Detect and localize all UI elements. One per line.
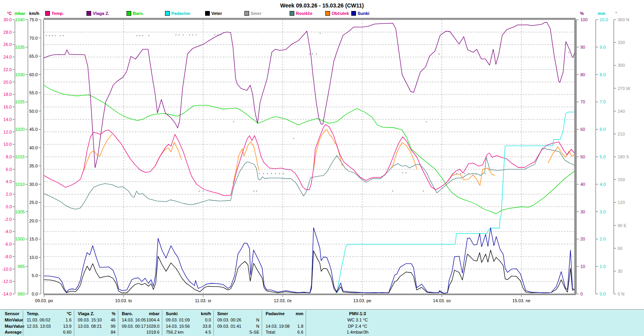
table-col-smer: Smer09.03. 00:26N09.03. 01:41NS-SE <box>214 310 262 336</box>
smer-dot <box>233 121 234 122</box>
axis-tick-label: 6.0 <box>600 127 605 132</box>
avg-date: Total: <box>266 330 276 334</box>
pmv-value: 1.4mbar/3h <box>347 330 369 334</box>
axis-tick-label: -10.0 <box>2 267 12 272</box>
axis-unit-mbar: mbar <box>15 11 26 16</box>
axis-tick-label: 9.0 <box>600 45 605 50</box>
table-col-pmv: PMV-1:3WC 3.1 °CDP 2.4 °C1.4mbar/3h <box>306 310 409 336</box>
day-label: 11.03. sr <box>195 298 211 303</box>
axis-tick-label: 150 <box>618 177 625 182</box>
axis-tick-label: 4.0 <box>600 182 605 187</box>
smer-dot <box>217 34 218 35</box>
max-date: 12.03. 13:03 <box>27 324 51 329</box>
axis-tick-label: -6.0 <box>4 242 12 246</box>
smer-dot <box>192 34 193 35</box>
max-date: 09.03. 01:41 <box>217 324 241 329</box>
axis-tick-label: 50 <box>580 154 585 159</box>
axis-tick-label: 26.0 <box>4 42 12 47</box>
axis-tick-label: 1040 <box>15 17 25 22</box>
smer-dot <box>49 35 50 36</box>
smer-dot <box>423 191 424 192</box>
max-value: 1028.0 <box>146 324 160 329</box>
axis-tick-label: 1020 <box>15 127 25 132</box>
row-label: Sensor <box>5 311 19 316</box>
table-separator <box>162 310 162 336</box>
weather-station-window: Week 09.03.26 - 15.03.26 (CW11) Temp.Vla… <box>0 0 644 336</box>
max-date: 09.03. 00:17 <box>122 324 146 329</box>
axis-tick-label: 55.0 <box>29 90 38 95</box>
axis-unit-c: °C <box>7 11 12 16</box>
axis-tick-label: 30.0 <box>29 182 38 187</box>
table-col-sunki: Sunkikm/h09.03. 01:090.014.03. 16:5633.8… <box>163 310 214 336</box>
axis-tick-label: 1010 <box>15 182 25 187</box>
day-label: 14.03. so <box>433 298 451 303</box>
axis-tick-label: 2.0 <box>600 237 605 241</box>
row-label: Average <box>5 330 22 334</box>
col-unit: mbar <box>149 311 160 316</box>
table-separator <box>118 310 118 336</box>
smer-dot <box>275 173 276 174</box>
axis-tick-label: 18.0 <box>4 92 12 97</box>
axis-tick-label: -2.0 <box>4 217 12 222</box>
axis-tick-label: 0.0 <box>600 292 605 296</box>
smer-dot <box>472 173 473 174</box>
axis-tick-label: 10 <box>580 264 585 269</box>
pmv-value: WC 3.1 °C <box>347 318 368 322</box>
smer-dot <box>485 173 486 174</box>
series-obcutek <box>84 134 112 171</box>
axis-tick-label: 0 N <box>618 292 624 296</box>
axis-tick-label: 300 <box>618 63 625 68</box>
axis-tick-label: 20.0 <box>4 80 12 84</box>
smer-dot <box>456 173 457 174</box>
col-unit: % <box>112 311 116 316</box>
axis-tick-label: 10.0 <box>4 142 12 147</box>
day-label: 09.03. po <box>35 298 53 303</box>
table-col-baro: Baro.mbar14.03. 16:051004.409.03. 00:171… <box>119 310 163 336</box>
col-unit: km/h <box>201 311 211 316</box>
stats-table: SensorMinValueMaxValueAverageTemp.°C11.0… <box>0 309 644 336</box>
avg-value: 6.60 <box>63 330 72 334</box>
axis-tick-label: 70.0 <box>29 36 38 40</box>
axis-tick-label: 30 <box>618 269 622 274</box>
axis-tick-label: 0.0 <box>6 204 12 209</box>
smer-dot <box>309 53 310 55</box>
table-separator <box>74 310 74 336</box>
axis-tick-label: 8.0 <box>6 154 12 159</box>
axis-tick-label: 100 <box>580 17 587 22</box>
axis-tick-label: 360 N <box>618 17 629 22</box>
axis-tick-label: 5.0 <box>32 273 38 278</box>
smer-dot <box>63 35 64 36</box>
axis-tick-label: -14.0 <box>2 292 12 296</box>
axis-tick-label: 90 E <box>618 223 627 228</box>
axis-tick-label: 35.0 <box>29 163 38 168</box>
table-separator <box>306 310 306 336</box>
smer-dot <box>464 173 465 174</box>
smer-dot <box>259 173 260 174</box>
avg-date: 756.2 km <box>166 330 183 334</box>
axis-tick-label: 60.0 <box>29 72 38 77</box>
smer-dot <box>46 35 47 36</box>
max-value: 99 <box>111 324 116 329</box>
series-obcutek <box>392 143 417 169</box>
axis-tick-label: 995 <box>18 264 25 269</box>
axis-tick-label: 30.0 <box>4 17 12 22</box>
col-title: Padavine <box>266 311 284 316</box>
smer-dot <box>196 34 197 35</box>
smer-dot <box>402 172 404 173</box>
min-value: 1004.4 <box>146 318 160 322</box>
min-value: 46 <box>111 318 116 322</box>
axis-tick-label: 22.0 <box>4 67 12 72</box>
axis-tick-label: 240 <box>618 109 625 114</box>
table-separator <box>23 310 23 336</box>
axis-tick-label: 65.0 <box>29 54 38 59</box>
smer-dot <box>198 191 200 192</box>
smer-dot <box>460 173 461 174</box>
smer-dot <box>452 173 453 174</box>
smer-dot <box>267 173 268 174</box>
smer-dot <box>52 35 53 36</box>
axis-tick-label: 80 <box>580 72 585 77</box>
axis-tick-label: 70 <box>580 99 585 104</box>
max-value: N <box>256 324 259 329</box>
table-separator <box>213 310 214 336</box>
axis-tick-label: 60 <box>618 246 622 251</box>
